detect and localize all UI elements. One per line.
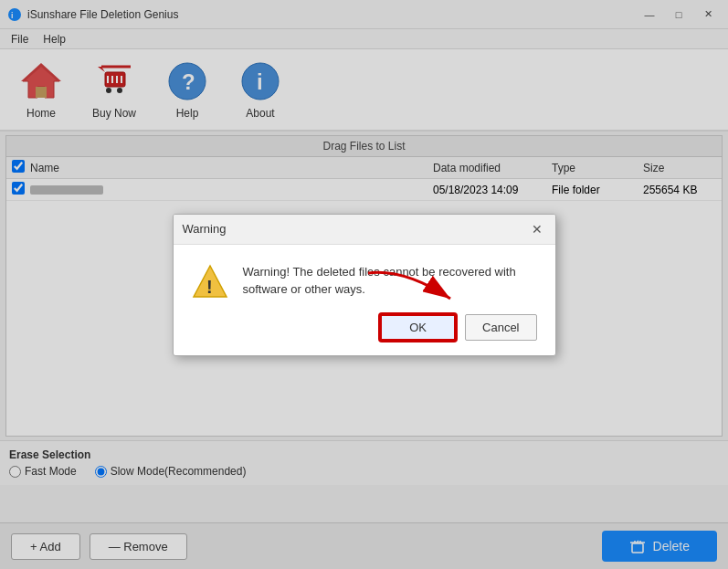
modal-cancel-button[interactable]: Cancel (465, 314, 536, 341)
modal-footer: OK Cancel (174, 314, 555, 355)
svg-text:!: ! (206, 277, 213, 297)
modal-ok-button[interactable]: OK (380, 314, 456, 341)
modal-titlebar: Warning ✕ (174, 215, 555, 245)
modal-title: Warning (183, 222, 227, 236)
warning-modal: Warning ✕ ! Warning! The deleted files c… (173, 214, 556, 356)
warning-triangle-icon: ! (192, 263, 228, 300)
modal-backdrop: Warning ✕ ! Warning! The deleted files c… (0, 0, 728, 569)
red-arrow (359, 264, 469, 312)
modal-close-button[interactable]: ✕ (528, 220, 546, 238)
